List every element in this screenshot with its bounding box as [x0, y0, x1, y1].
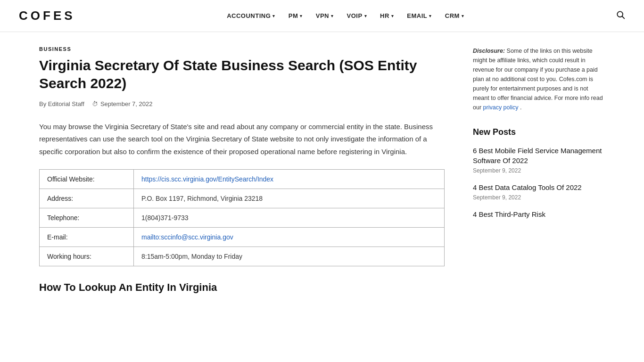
article-author: By Editorial Staff [39, 100, 84, 107]
chevron-down-icon: ▾ [272, 14, 275, 18]
disclosure-box: Disclosure: Some of the links on this we… [473, 46, 605, 112]
table-value: 1(804)371-9733 [134, 208, 445, 227]
main-nav: ACCOUNTING ▾ PM ▾ VPN ▾ VOIP ▾ HR ▾ EMAI… [220, 0, 471, 32]
svg-line-1 [622, 16, 625, 19]
email-link[interactable]: mailto:sccinfo@scc.virginia.gov [141, 233, 233, 241]
post-item: 4 Best Third-Party Risk [473, 209, 605, 219]
post-title[interactable]: 6 Best Mobile Field Service Management S… [473, 146, 605, 165]
chevron-down-icon: ▾ [391, 14, 394, 18]
sidebar: Disclosure: Some of the links on this we… [473, 46, 605, 301]
info-table: Official Website: https://cis.scc.virgin… [39, 169, 445, 266]
table-row: Telephone: 1(804)371-9733 [40, 208, 445, 227]
post-item: 4 Best Data Catalog Tools Of 2022 Septem… [473, 182, 605, 201]
article-body: You may browse the Virginia Secretary of… [39, 121, 445, 294]
article-date: ⏱ September 7, 2022 [92, 100, 153, 107]
table-label: Official Website: [40, 169, 134, 189]
post-title[interactable]: 4 Best Data Catalog Tools Of 2022 [473, 182, 605, 192]
table-label: Address: [40, 189, 134, 208]
nav-voip[interactable]: VOIP ▾ [340, 0, 374, 32]
new-posts-heading: New Posts [473, 127, 605, 137]
table-row: Working hours: 8:15am-5:00pm, Monday to … [40, 247, 445, 266]
disclosure-label: Disclosure: [473, 48, 505, 54]
table-row: Address: P.O. Box 1197, Richmond, Virgin… [40, 189, 445, 208]
post-date: September 9, 2022 [473, 167, 605, 174]
table-value: P.O. Box 1197, Richmond, Virginia 23218 [134, 189, 445, 208]
post-date: September 9, 2022 [473, 194, 605, 201]
category-label: BUSINESS [39, 46, 445, 52]
nav-accounting[interactable]: ACCOUNTING ▾ [220, 0, 282, 32]
table-value: mailto:sccinfo@scc.virginia.gov [134, 227, 445, 247]
disclosure-text: Some of the links on this website might … [473, 48, 603, 111]
site-header: COFES ACCOUNTING ▾ PM ▾ VPN ▾ VOIP ▾ HR … [0, 0, 644, 32]
table-label: E-mail: [40, 227, 134, 247]
article-main: BUSINESS Virginia Secretary Of State Bus… [39, 46, 445, 301]
nav-vpn[interactable]: VPN ▾ [309, 0, 340, 32]
search-icon[interactable] [616, 10, 625, 22]
nav-email[interactable]: EMAIL ▾ [400, 0, 438, 32]
clock-icon: ⏱ [92, 100, 98, 107]
official-website-link[interactable]: https://cis.scc.virginia.gov/EntitySearc… [141, 175, 273, 183]
table-value: https://cis.scc.virginia.gov/EntitySearc… [134, 169, 445, 189]
chevron-down-icon: ▾ [364, 14, 367, 18]
page-container: BUSINESS Virginia Secretary Of State Bus… [20, 32, 624, 315]
table-value: 8:15am-5:00pm, Monday to Friday [134, 247, 445, 266]
article-intro: You may browse the Virginia Secretary of… [39, 121, 445, 158]
table-label: Working hours: [40, 247, 134, 266]
section-heading: How To Lookup An Entity In Virginia [39, 281, 445, 294]
chevron-down-icon: ▾ [331, 14, 334, 18]
post-title[interactable]: 4 Best Third-Party Risk [473, 209, 605, 219]
table-row: E-mail: mailto:sccinfo@scc.virginia.gov [40, 227, 445, 247]
chevron-down-icon: ▾ [429, 14, 432, 18]
table-label: Telephone: [40, 208, 134, 227]
post-item: 6 Best Mobile Field Service Management S… [473, 146, 605, 174]
privacy-policy-link[interactable]: privacy policy [483, 104, 519, 111]
disclosure-end: . [520, 104, 521, 111]
nav-crm[interactable]: CRM ▾ [438, 0, 471, 32]
article-meta: By Editorial Staff ⏱ September 7, 2022 [39, 100, 445, 107]
table-row: Official Website: https://cis.scc.virgin… [40, 169, 445, 189]
chevron-down-icon: ▾ [462, 14, 464, 18]
chevron-down-icon: ▾ [300, 14, 303, 18]
nav-hr[interactable]: HR ▾ [373, 0, 400, 32]
nav-pm[interactable]: PM ▾ [282, 0, 309, 32]
article-title: Virginia Secretary Of State Business Sea… [39, 57, 445, 92]
site-logo[interactable]: COFES [19, 8, 75, 23]
